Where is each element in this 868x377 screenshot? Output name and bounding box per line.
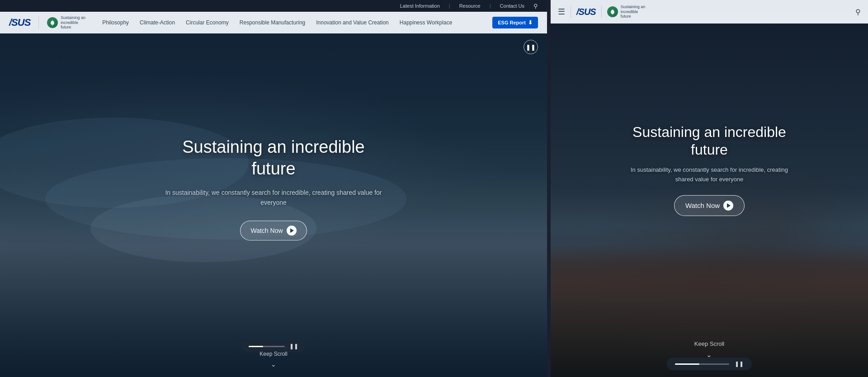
top-bar: Latest Information | Resource | Contact …: [0, 0, 547, 12]
mobile-nav: ☰ /SUS Sustaining an incredible future ⚲: [551, 0, 868, 24]
chevron-down-icon: ⌄: [271, 361, 276, 368]
latest-info-link[interactable]: Latest Information: [400, 3, 440, 9]
mobile-small-pause-button[interactable]: ❚❚: [735, 361, 744, 367]
scroll-indicator: Keep Scroll ⌄: [259, 351, 287, 368]
hero-subtitle: In sustainability, we constantly search …: [160, 188, 387, 208]
mobile-hero-title: Sustaining an incredible future: [623, 123, 795, 158]
main-nav: /SUS Sustaining an incredible future Phi…: [0, 12, 547, 33]
mobile-hero-subtitle: In sustainability, we constantly search …: [623, 165, 795, 184]
esg-report-button[interactable]: ESG Report ⬇: [492, 17, 538, 28]
nav-item-innovation[interactable]: Innovation and Value Creation: [311, 12, 394, 33]
play-triangle: [290, 228, 294, 233]
progress-fill: [249, 346, 263, 347]
nav-item-climate[interactable]: Climate-Action: [134, 12, 180, 33]
hero-content: Sustaining an incredible future In susta…: [160, 137, 387, 240]
mobile-keep-scroll-label: Keep Scroll: [694, 340, 724, 347]
sustaining-label: Sustaining an incredible future: [61, 15, 88, 30]
mobile-hero-content: Sustaining an incredible future In susta…: [623, 123, 795, 216]
mobile-chevron-down-icon: ⌄: [706, 351, 712, 359]
resource-link[interactable]: Resource: [459, 3, 481, 9]
esg-report-label: ESG Report: [498, 20, 526, 25]
mobile-logo-divider-2: [601, 5, 602, 18]
nav-logo-section: /SUS Sustaining an incredible future: [9, 15, 88, 30]
sustaining-badge: Sustaining an incredible future: [47, 15, 88, 30]
nav-item-responsible[interactable]: Responsible Manufacturing: [234, 12, 311, 33]
mobile-search-icon[interactable]: ⚲: [855, 8, 861, 16]
contact-link[interactable]: Contact Us: [500, 3, 524, 9]
watch-now-button[interactable]: Watch Now: [240, 221, 307, 240]
nav-item-circular[interactable]: Circular Economy: [180, 12, 234, 33]
hamburger-icon[interactable]: ☰: [558, 7, 565, 17]
logo-divider: [38, 16, 39, 29]
mobile-scroll-indicator: Keep Scroll ⌄: [694, 340, 724, 359]
mobile-panel: ☰ /SUS Sustaining an incredible future ⚲…: [551, 0, 868, 377]
mobile-play-icon-circle: [723, 200, 733, 210]
pause-icon: ❚❚: [526, 44, 536, 51]
desktop-panel: Latest Information | Resource | Contact …: [0, 0, 547, 377]
mobile-sustaining-label: Sustaining an incredible future: [621, 5, 648, 19]
mobile-play-triangle: [727, 203, 731, 207]
topbar-divider-2: |: [490, 3, 491, 9]
nav-item-philosophy[interactable]: Philosophy: [97, 12, 134, 33]
mobile-sustaining-leaf-icon: [607, 6, 618, 17]
asus-logo[interactable]: /SUS: [9, 17, 30, 28]
topbar-divider-1: |: [449, 3, 450, 9]
mobile-sustaining-badge: Sustaining an incredible future: [607, 5, 850, 19]
small-pause-button[interactable]: ❚❚: [289, 343, 298, 349]
mobile-progress-track[interactable]: [675, 363, 729, 365]
download-icon: ⬇: [528, 19, 533, 26]
nav-item-happiness[interactable]: Happiness Workplace: [394, 12, 458, 33]
sustaining-leaf-icon: [47, 17, 58, 28]
play-icon-circle: [287, 226, 297, 236]
mobile-watch-now-label: Watch Now: [685, 202, 720, 209]
watch-now-label: Watch Now: [250, 227, 283, 234]
search-icon[interactable]: ⚲: [533, 3, 538, 9]
progress-track[interactable]: [249, 346, 285, 347]
mobile-video-progress-bar: ❚❚: [667, 358, 752, 370]
mobile-asus-logo[interactable]: /SUS: [576, 7, 596, 17]
panel-divider: [547, 0, 551, 377]
mobile-logo-divider: [571, 5, 571, 18]
keep-scroll-label: Keep Scroll: [259, 351, 287, 357]
pause-button[interactable]: ❚❚: [524, 40, 538, 54]
mobile-watch-now-button[interactable]: Watch Now: [674, 195, 745, 216]
hero-title: Sustaining an incredible future: [160, 137, 387, 179]
nav-items: Philosophy Climate-Action Circular Econo…: [97, 12, 492, 33]
mobile-progress-fill: [675, 363, 699, 365]
